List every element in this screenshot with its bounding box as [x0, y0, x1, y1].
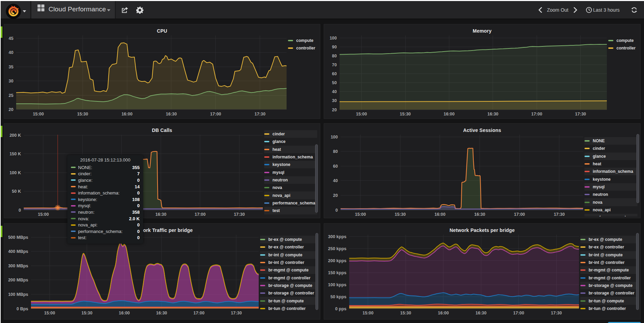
legend-item-br-storage-compute[interactable]: br-storage @ compute: [260, 282, 317, 289]
row-controls-tab-2[interactable]: [1, 126, 2, 137]
legend-scrollbar-db[interactable]: [315, 144, 318, 213]
legend-series-label: br-tun @ controller: [268, 306, 305, 311]
legend-db: cinderglanceheatinformation_schemakeysto…: [264, 130, 317, 216]
y-axis-tick-label: 45: [9, 36, 13, 41]
legend-item-cinder[interactable]: cinder: [584, 145, 637, 152]
legend-item-heat[interactable]: heat: [264, 146, 317, 153]
legend-series-label: test: [272, 208, 280, 213]
chart-cpu[interactable]: 20253035404515:0015:3016:0016:3017:0017:…: [4, 24, 320, 119]
legend-item-br-storage-controller[interactable]: br-storage @ controller: [580, 289, 637, 297]
legend-series-label: controller: [616, 46, 635, 51]
legend-cpu: computecontroller: [288, 37, 319, 117]
legend-series-label: neutron: [593, 192, 608, 197]
legend-item-performance-schema[interactable]: performance_schema: [264, 199, 317, 207]
legend-item-nova-api[interactable]: nova_api: [264, 191, 317, 199]
legend-item-br-mgmt-compute[interactable]: br-mgmt @ compute: [260, 266, 317, 274]
legend-item-test[interactable]: test: [264, 207, 317, 214]
legend-item-br-mgmt-compute[interactable]: br-mgmt @ compute: [580, 266, 637, 274]
legend-item-neutron[interactable]: neutron: [584, 191, 637, 198]
share-icon[interactable]: [121, 7, 129, 13]
legend-item-cinder[interactable]: cinder: [264, 130, 317, 138]
legend-scrollbar-packets[interactable]: [636, 233, 639, 310]
legend-series-color-dash-icon: [608, 40, 613, 41]
legend-item-mysql[interactable]: mysql: [584, 183, 637, 191]
legend-series-color-dash-icon: [264, 202, 269, 204]
legend-item-br-ex-compute[interactable]: br-ex @ compute: [260, 236, 317, 243]
dashboard-picker[interactable]: Cloud Performance: [32, 1, 116, 19]
legend-item-br-int-controller[interactable]: br-int @ controller: [580, 259, 637, 266]
chevron-left-icon[interactable]: [538, 7, 542, 13]
legend-series-color-dash-icon: [580, 300, 586, 302]
panel-db: DB Calls050 K100 K150 K200 K15:0015:3016…: [4, 123, 320, 218]
chevron-right-icon[interactable]: [573, 7, 578, 13]
y-axis-tick-label: 50: [332, 80, 337, 85]
legend-series-label: br-storage @ compute: [589, 283, 633, 288]
legend-item-nova[interactable]: nova: [264, 184, 317, 191]
legend-item-br-ex-controller[interactable]: br-ex @ controller: [580, 243, 637, 251]
legend-item-br-ex-controller[interactable]: br-ex @ controller: [260, 243, 317, 251]
legend-series-color-dash-icon: [584, 171, 590, 172]
legend-item-br-mgmt-controller[interactable]: br-mgmt @ controller: [580, 274, 637, 281]
legend-item-br-storage-compute[interactable]: br-storage @ compute: [580, 282, 637, 289]
legend-scrollbar-traffic[interactable]: [315, 233, 318, 310]
legend-item-br-tun-compute[interactable]: br-tun @ compute: [260, 297, 317, 304]
legend-series-color-dash-icon: [580, 254, 586, 256]
legend-item-glance[interactable]: glance: [584, 153, 637, 160]
legend-item-information-schema[interactable]: information_schema: [584, 168, 637, 175]
legend-item-keystone[interactable]: keystone: [584, 175, 637, 183]
legend-item-br-int-compute[interactable]: br-int @ compute: [580, 251, 637, 259]
tooltip-series-row: nova_api:0: [71, 222, 140, 228]
legend-item-controller[interactable]: controller: [608, 44, 639, 52]
x-axis-tick-label: 17:00: [195, 212, 206, 217]
legend-item-keystone[interactable]: keystone: [264, 161, 317, 168]
x-axis-tick-label: 16:00: [443, 112, 454, 116]
tooltip-series-color-dash-icon: [71, 186, 76, 187]
legend-series-label: nova: [272, 185, 282, 190]
tooltip-timestamp: 2016-07-28 15:12:13.000: [71, 157, 140, 164]
legend-item-br-storage-controller[interactable]: br-storage @ controller: [260, 289, 317, 297]
grafana-menu-button[interactable]: [1, 1, 31, 19]
gear-icon[interactable]: [136, 7, 143, 14]
legend-series-color-dash-icon: [260, 254, 265, 256]
legend-item-br-int-controller[interactable]: br-int @ controller: [260, 259, 317, 266]
legend-item-nova-api[interactable]: nova_api: [584, 206, 637, 214]
zoom-out-button[interactable]: Zoom Out: [547, 7, 568, 13]
x-axis-tick-label: 17:30: [255, 112, 266, 116]
legend-item-br-ex-compute[interactable]: br-ex @ compute: [580, 236, 637, 243]
legend-item-controller[interactable]: controller: [288, 44, 319, 52]
x-axis-tick-label: 16:30: [475, 311, 486, 315]
legend-item-br-tun-compute[interactable]: br-tun @ compute: [580, 297, 637, 304]
legend-item-br-tun-controller[interactable]: br-tun @ controller: [260, 305, 317, 312]
legend-series-color-dash-icon: [584, 194, 590, 195]
legend-item-br-tun-controller[interactable]: br-tun @ controller: [580, 305, 637, 312]
legend-item-glance[interactable]: glance: [264, 138, 317, 145]
legend-series-color-dash-icon: [580, 269, 586, 271]
legend-item-br-int-compute[interactable]: br-int @ compute: [260, 251, 317, 259]
legend-item-compute[interactable]: compute: [288, 37, 319, 44]
y-axis-tick-label: 200 K: [10, 133, 21, 138]
legend-item-heat[interactable]: heat: [584, 160, 637, 168]
legend-item-performance-schema[interactable]: performance_schema: [584, 214, 637, 216]
screenshot-frame-top: [0, 0, 644, 1]
y-axis-tick-label: 60: [332, 71, 337, 76]
dashboard-grid-icon: [37, 4, 45, 12]
x-axis-tick-label: 17:30: [234, 212, 245, 217]
legend-series-color-dash-icon: [264, 156, 269, 158]
chart-memory[interactable]: 203040506070809010015:0015:3016:0016:301…: [324, 24, 640, 119]
legend-scrollbar-sessions[interactable]: [636, 134, 639, 203]
legend-item-nova[interactable]: nova: [584, 198, 637, 206]
legend-item-NONE[interactable]: NONE: [584, 137, 637, 145]
x-axis-tick-label: 16:00: [119, 311, 130, 315]
dashboard-dropdown-caret-icon: [107, 9, 110, 11]
time-range-picker[interactable]: Last 3 hours: [593, 7, 620, 13]
legend-series-color-dash-icon: [264, 149, 269, 150]
legend-item-mysql[interactable]: mysql: [264, 168, 317, 176]
legend-item-br-mgmt-controller[interactable]: br-mgmt @ controller: [260, 274, 317, 281]
legend-item-compute[interactable]: compute: [608, 37, 639, 44]
row-controls-tab-3[interactable]: [1, 226, 2, 237]
legend-series-color-dash-icon: [264, 179, 269, 181]
refresh-icon[interactable]: [631, 7, 637, 13]
legend-item-information-schema[interactable]: information_schema: [264, 153, 317, 161]
row-controls-tab-1[interactable]: [1, 26, 2, 38]
legend-item-neutron[interactable]: neutron: [264, 176, 317, 184]
